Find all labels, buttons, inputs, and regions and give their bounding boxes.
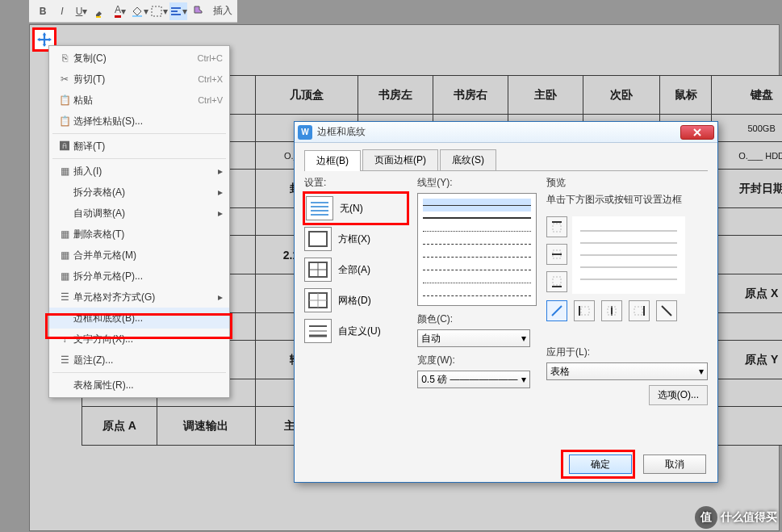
fill-color-button[interactable]: ▾ [131,2,148,20]
menu-merge-cells[interactable]: ▦合并单元格(M) [49,245,229,266]
dialog-title: 边框和底纹 [317,125,680,139]
menu-insert[interactable]: ▦插入(I)▸ [49,161,229,182]
preview-canvas[interactable] [572,216,685,294]
dialog-tabs: 边框(B) 页面边框(P) 底纹(S) [304,149,708,171]
app-icon: W [298,125,312,140]
menu-borders-shading[interactable]: 边框和底纹(B)... [49,308,229,329]
border-custom-option[interactable]: 自定义(U) [304,316,408,346]
chevron-down-icon: ▾ [699,366,704,377]
tab-page-border[interactable]: 页面边框(P) [362,149,438,170]
width-select[interactable]: 0.5 磅 ———————▾ [417,371,530,388]
preview-label: 预览 [546,176,708,190]
border-hmid-toggle[interactable] [546,244,567,265]
border-none-option[interactable]: 无(N) [304,193,408,224]
menu-translate[interactable]: 🅰翻译(T) [49,136,229,157]
border-box-option[interactable]: 方框(X) [304,224,408,254]
menu-caption[interactable]: ☰题注(Z)... [49,350,229,371]
linestyle-label: 线型(Y): [417,176,537,190]
cell[interactable]: 几顶盒 [255,76,358,115]
watermark-icon: 值 [695,506,717,529]
border-vmid-toggle[interactable] [601,300,622,321]
tab-shading[interactable]: 底纹(S) [440,149,496,170]
close-button[interactable] [680,125,714,140]
chevron-down-icon: ▾ [521,374,526,385]
cell[interactable] [712,236,782,274]
menu-text-direction[interactable]: ↕文字方向(X)... [49,329,229,350]
svg-rect-32 [634,307,642,315]
menu-cell-align[interactable]: ☰单元格对齐方式(G)▸ [49,287,229,308]
cell[interactable] [712,313,782,341]
border-diag2-toggle[interactable] [656,300,677,321]
cell[interactable]: 原点 Y [712,341,782,379]
menu-paste[interactable]: 📋粘贴Ctrl+V [49,90,229,111]
menu-split-cells[interactable]: ▦拆分单元格(P)... [49,266,229,287]
border-all-option[interactable]: 全部(A) [304,254,408,285]
color-select[interactable]: 自动▾ [417,329,530,347]
border-left-toggle[interactable] [574,300,595,321]
chevron-right-icon: ▸ [218,207,223,219]
border-grid-option[interactable]: 网格(D) [304,285,408,316]
ok-button[interactable]: 确定 [569,455,632,474]
cancel-button[interactable]: 取消 [643,455,706,474]
merge-icon: ▦ [56,249,73,261]
align-icon: ☰ [56,291,73,303]
font-color-button[interactable]: A▾ [111,2,129,20]
cell[interactable]: 开封日期 [712,170,782,208]
menu-split-table[interactable]: 拆分表格(A)▸ [49,182,229,203]
border-bottom-toggle[interactable] [546,271,567,292]
menu-table-properties[interactable]: 表格属性(R)... [49,375,229,396]
apply-to-select[interactable]: 表格▾ [546,362,708,380]
grid-icon [304,288,332,312]
cell[interactable]: 键盘 [712,76,782,115]
setting-label: 设置: [304,176,408,190]
dialog-titlebar[interactable]: W 边框和底纹 [295,122,717,143]
cell[interactable]: 原点 A [82,407,157,446]
separator [52,158,226,159]
cell[interactable]: 主卧 [508,76,583,115]
cell[interactable]: O.___ HDD [712,142,782,170]
insert-label[interactable]: 插入 [213,4,232,18]
menu-autofit[interactable]: 自动调整(A)▸ [49,203,229,224]
border-right-toggle[interactable] [629,300,650,321]
color-label: 颜色(C): [417,312,537,326]
menu-delete-table[interactable]: ▦删除表格(T) [49,224,229,245]
svg-rect-25 [553,277,561,285]
cell[interactable] [712,379,782,407]
tab-border[interactable]: 边框(B) [304,150,361,171]
options-button[interactable]: 选项(O)... [649,385,708,405]
svg-rect-28 [581,307,589,315]
underline-button[interactable]: U▾ [73,2,90,20]
cell[interactable] [712,208,782,236]
bold-button[interactable]: B [34,2,52,20]
chevron-right-icon: ▸ [218,165,223,177]
box-icon [304,227,332,251]
paste-special-icon: 📋 [56,115,73,127]
cell[interactable]: 书房左 [358,76,433,115]
linestyle-list[interactable] [417,193,537,306]
cell[interactable]: 书房右 [433,76,508,115]
chevron-down-icon: ▾ [521,333,526,344]
cell[interactable]: 次卧 [583,76,659,115]
border-button[interactable]: ▾ [150,2,168,20]
cell[interactable]: 调速输出 [157,407,255,446]
apply-to-label: 应用于(L): [546,346,708,359]
italic-button[interactable]: I [53,2,71,20]
cell[interactable]: 鼠标 [660,76,712,115]
border-top-toggle[interactable] [546,216,567,237]
svg-rect-1 [132,15,142,17]
cell[interactable]: 500GB [712,115,782,142]
copy-icon: ⎘ [56,52,73,64]
align-button[interactable]: ▾ [169,2,187,20]
cell[interactable]: 原点 X [712,274,782,313]
svg-line-26 [552,306,562,316]
highlight-button[interactable] [92,2,110,20]
formatting-toolbar: B I U▾ A▾ ▾ ▾ ▾ 插入 [29,0,237,23]
cell[interactable] [712,407,782,446]
border-diag-toggle[interactable] [546,300,567,321]
menu-paste-special[interactable]: 📋选择性粘贴(S)... [49,111,229,132]
menu-copy[interactable]: ⎘复制(C)Ctrl+C [49,48,229,69]
format-painter-button[interactable] [189,2,207,20]
table-icon: ▦ [56,165,73,177]
menu-cut[interactable]: ✂剪切(T)Ctrl+X [49,69,229,90]
custom-icon [304,319,332,343]
